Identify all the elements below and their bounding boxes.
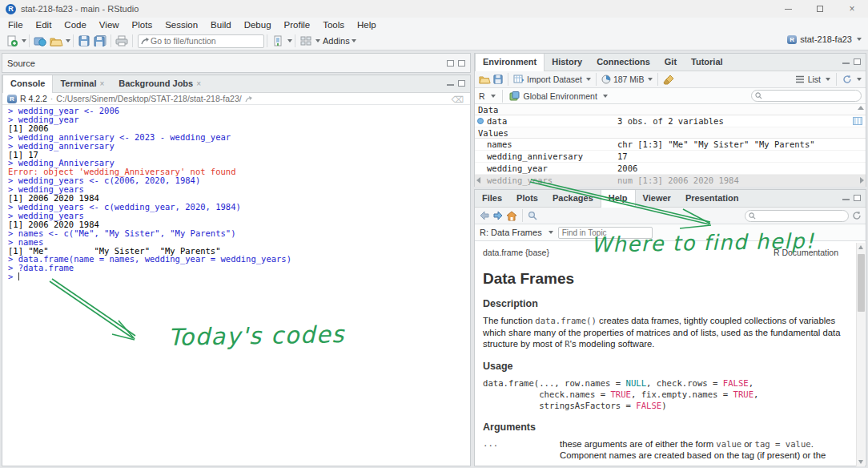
tab-help-help[interactable]: Help [601, 190, 636, 208]
console-minimize-icon[interactable] [447, 83, 454, 86]
open-file-button[interactable] [48, 34, 64, 48]
menu-plots[interactable]: Plots [126, 18, 159, 32]
new-file-dropdown[interactable] [22, 39, 26, 42]
close-button[interactable]: × [836, 0, 868, 18]
menu-file[interactable]: File [2, 18, 30, 32]
help-refresh-icon[interactable] [852, 211, 862, 220]
open-file-dropdown[interactable] [66, 39, 70, 42]
memory-dropdown[interactable] [648, 78, 653, 81]
open-directory-icon[interactable] [245, 95, 253, 103]
tab-help-viewer[interactable]: Viewer [636, 190, 678, 207]
help-topic-dropdown[interactable] [549, 231, 553, 234]
memory-usage-label[interactable]: 187 MiB [613, 75, 645, 84]
env-row-wedding_year[interactable]: wedding_year2006 [475, 163, 866, 175]
tab-console-background-jobs[interactable]: Background Jobs× [111, 75, 208, 92]
environment-search-input[interactable] [765, 91, 861, 100]
menu-session[interactable]: Session [159, 18, 204, 32]
console-maximize-icon[interactable] [458, 80, 465, 87]
doc-source-label: R Documentation [774, 248, 838, 257]
tab-help-presentation[interactable]: Presentation [678, 190, 746, 207]
help-minimize-icon[interactable] [842, 198, 850, 200]
forward-icon[interactable] [492, 211, 504, 220]
menu-build[interactable]: Build [204, 18, 238, 32]
list-view-button[interactable]: List [808, 75, 821, 84]
close-icon[interactable]: × [99, 79, 104, 88]
view-data-icon[interactable] [853, 117, 862, 125]
home-icon[interactable] [506, 211, 517, 221]
back-icon[interactable] [479, 211, 490, 220]
help-topic-selector[interactable]: R: Data Frames [480, 228, 542, 237]
minimize-button[interactable] [772, 0, 804, 18]
hscroll-right-icon[interactable] [860, 177, 864, 184]
import-dataset-button[interactable]: Import Dataset [527, 75, 582, 84]
compile-report-button[interactable] [270, 34, 286, 48]
tab-env-history[interactable]: History [545, 54, 589, 71]
environment-scope-selector[interactable]: Global Environment [524, 91, 597, 101]
save-button[interactable] [76, 34, 92, 48]
show-in-new-window-icon[interactable] [528, 211, 538, 220]
workspace-panes-button[interactable] [298, 34, 314, 48]
close-icon[interactable]: × [196, 79, 201, 88]
tab-env-environment[interactable]: Environment [475, 54, 545, 71]
scope-dropdown-icon[interactable] [603, 95, 608, 98]
save-workspace-icon[interactable] [493, 75, 503, 84]
tab-env-tutorial[interactable]: Tutorial [684, 54, 730, 71]
import-dataset-dropdown[interactable] [586, 78, 591, 81]
goto-file-input[interactable] [151, 36, 251, 46]
language-selector[interactable]: R [479, 91, 485, 101]
new-file-button[interactable] [4, 34, 20, 48]
tab-console-console[interactable]: Console [2, 75, 53, 93]
scroll-thumb[interactable] [858, 254, 865, 312]
scroll-down-icon[interactable] [858, 460, 863, 464]
menu-edit[interactable]: Edit [30, 18, 58, 32]
hscroll-left-icon[interactable] [476, 177, 480, 184]
env-row-data[interactable]: data3 obs. of 2 variables [475, 115, 866, 127]
console-line: > wedding_anniversary <- 2023 - wedding_… [8, 133, 470, 142]
refresh-dropdown[interactable] [857, 78, 862, 81]
list-view-dropdown[interactable] [826, 78, 830, 81]
tab-env-git[interactable]: Git [657, 54, 684, 71]
env-row-wedding_anniversary[interactable]: wedding_anniversary17 [475, 151, 866, 163]
working-directory[interactable]: C:/Users/Sinem/Desktop/STAT-218/stat-218… [56, 94, 241, 103]
help-scrollbar[interactable] [856, 243, 865, 466]
tab-help-plots[interactable]: Plots [509, 190, 545, 207]
clear-environment-icon[interactable] [663, 75, 674, 85]
load-workspace-icon[interactable] [479, 75, 491, 84]
maximize-button[interactable] [804, 0, 836, 18]
console-output[interactable]: > wedding_year <- 2006> wedding_year[1] … [2, 105, 470, 281]
tab-label: Plots [516, 193, 538, 203]
env-maximize-icon[interactable] [854, 58, 861, 65]
source-maximize-icon[interactable] [458, 60, 465, 67]
menu-profile[interactable]: Profile [278, 18, 317, 32]
env-row-names[interactable]: nameschr [1:3] "Me" "My Sister" "My Pare… [475, 139, 866, 151]
panes-dropdown[interactable] [315, 39, 320, 42]
save-all-button[interactable] [92, 34, 108, 48]
global-env-icon [509, 91, 520, 101]
menu-view[interactable]: View [93, 18, 126, 32]
tab-help-files[interactable]: Files [475, 190, 509, 207]
new-project-button[interactable] [32, 34, 48, 48]
console-line: > [8, 272, 470, 281]
menu-help[interactable]: Help [351, 18, 383, 32]
scroll-up-icon[interactable] [858, 245, 863, 249]
help-maximize-icon[interactable] [854, 195, 861, 201]
refresh-icon[interactable] [842, 75, 852, 84]
source-restore-icon[interactable] [447, 60, 454, 67]
addins-label[interactable]: Addins [323, 36, 350, 46]
tab-console-terminal[interactable]: Terminal× [53, 75, 111, 92]
menu-tools[interactable]: Tools [316, 18, 351, 32]
project-selector[interactable]: R stat-218-fa23 [787, 34, 862, 44]
addins-dropdown[interactable] [352, 39, 356, 42]
compile-report-dropdown[interactable] [287, 39, 292, 42]
env-scroll-up-icon[interactable] [858, 106, 864, 110]
clear-console-icon[interactable]: ⌫ [451, 95, 464, 105]
env-row-wedding_years[interactable]: wedding_yearsnum [1:3] 2006 2020 1984 [475, 175, 866, 187]
env-minimize-icon[interactable] [842, 62, 850, 64]
menu-debug[interactable]: Debug [238, 18, 278, 32]
help-search-input[interactable] [758, 212, 848, 220]
menu-code[interactable]: Code [58, 18, 93, 32]
find-in-topic-input[interactable] [562, 228, 652, 237]
print-button[interactable] [114, 34, 130, 48]
tab-help-packages[interactable]: Packages [545, 190, 601, 207]
tab-env-connections[interactable]: Connections [589, 54, 657, 71]
